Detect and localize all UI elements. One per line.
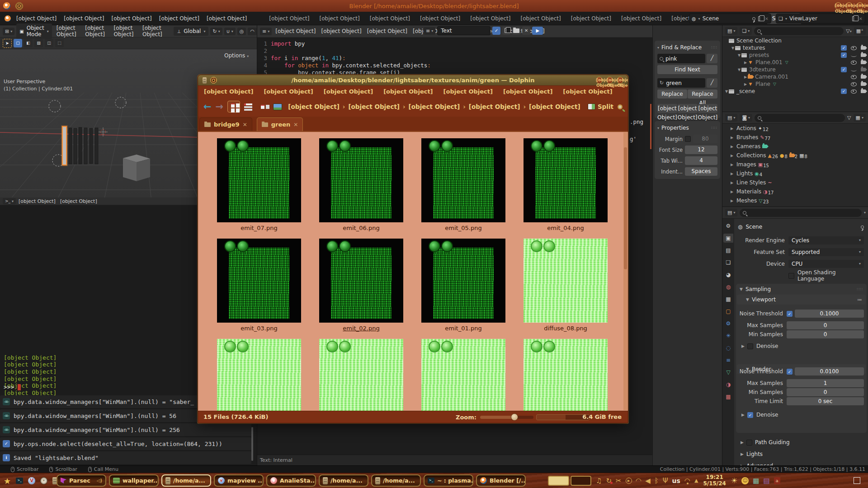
- file-tile[interactable]: diffuse_08.png: [514, 239, 617, 334]
- text-datablock-name[interactable]: Text: [437, 26, 491, 35]
- workspace-tab[interactable]: [object Object]: [315, 13, 365, 24]
- expand-icon[interactable]: ▶: [730, 154, 734, 158]
- collapsed-panel-header[interactable]: ▶ Path Guiding: [736, 436, 867, 448]
- new-scene-icon[interactable]: [758, 16, 762, 21]
- render-camera-icon[interactable]: [861, 45, 866, 51]
- dolphin-menu-item[interactable]: [object Object]: [383, 88, 433, 95]
- text-datablock-icon[interactable]: ≡▾: [424, 27, 435, 35]
- file-tile[interactable]: emit_01.png: [412, 239, 514, 334]
- forward-button[interactable]: →: [216, 101, 224, 112]
- workspace-tab[interactable]: [object Object]: [516, 13, 566, 24]
- new-collection-button[interactable]: ▦⁺: [854, 27, 866, 35]
- render-camera-icon[interactable]: [861, 81, 866, 87]
- icons-view-button[interactable]: [227, 101, 240, 113]
- expand-icon[interactable]: ▶: [730, 190, 734, 194]
- file-tile[interactable]: emit_05.png: [412, 138, 514, 234]
- menu-item[interactable]: [object Object]: [13, 14, 60, 23]
- category-name[interactable]: Brushes: [736, 134, 758, 141]
- toggle-button[interactable]: [object Object]: [657, 104, 677, 113]
- dolphin-menu-item[interactable]: [object Object]: [264, 88, 313, 95]
- file-thumbnail[interactable]: [319, 339, 403, 411]
- expand-icon[interactable]: ▶: [743, 75, 748, 79]
- breadcrumb-segment[interactable]: [object Object]: [288, 103, 348, 110]
- render-camera-icon[interactable]: [861, 88, 866, 94]
- clock[interactable]: 19:215/15/24: [703, 474, 726, 487]
- outliner-row[interactable]: Scene Collection: [722, 37, 868, 44]
- outliner-search-input[interactable]: [755, 114, 845, 122]
- window-control-button[interactable]: [object Object]: [617, 77, 623, 84]
- datablock-category-row[interactable]: ▶ Brushes 77: [722, 133, 868, 142]
- render-camera-icon[interactable]: [861, 59, 866, 66]
- files-scrollbar-thumb[interactable]: [624, 147, 627, 269]
- datablock-name[interactable]: 3dtexture: [749, 66, 776, 73]
- calculator-icon[interactable]: [753, 477, 759, 484]
- fake-user-shield-icon[interactable]: ✓: [492, 27, 500, 35]
- replace-input[interactable]: ↻green: [657, 78, 705, 88]
- workspace-tab[interactable]: [object Object]: [415, 13, 465, 24]
- outliner-row[interactable]: ▶ Plane.001: [722, 59, 868, 66]
- dolphin-window[interactable]: /home/amalie/Desktop/blender/lightsaber/…: [198, 75, 628, 423]
- property-value[interactable]: 12: [685, 145, 717, 154]
- datablock-category-row[interactable]: ▶ Materials 17: [722, 187, 868, 196]
- volume-icon[interactable]: [645, 477, 651, 484]
- visibility-eye-icon[interactable]: [851, 75, 857, 79]
- visibility-eye-icon[interactable]: [851, 61, 857, 65]
- new-viewlayer-icon[interactable]: [852, 16, 856, 21]
- play-icon[interactable]: [626, 478, 632, 484]
- dolphin-menu-item[interactable]: [object Object]: [443, 88, 493, 95]
- terminal[interactable]: [16, 478, 23, 484]
- osl-checkbox[interactable]: [788, 273, 794, 279]
- display-mode-dropdown[interactable]: ▤▾: [725, 114, 737, 122]
- datablock-category-row[interactable]: ▶ Lights 4: [722, 169, 868, 178]
- details-view-button[interactable]: [242, 101, 255, 113]
- collapsed-panel-header[interactable]: ▶ Advanced: [736, 460, 867, 465]
- expand-icon[interactable]: ▶: [730, 127, 734, 131]
- outliner-row[interactable]: ▼ textures: [722, 44, 868, 52]
- properties-tab[interactable]: ◌: [723, 343, 733, 352]
- favorites[interactable]: [4, 476, 11, 486]
- selectable-checkbox[interactable]: [841, 45, 847, 51]
- file-tile[interactable]: [514, 339, 617, 411]
- file-tile[interactable]: [412, 339, 514, 411]
- viewport-menu-item[interactable]: [object Object]: [111, 23, 140, 39]
- select-mode-button[interactable]: ◫: [45, 39, 53, 47]
- properties-tab[interactable]: ▩: [723, 392, 733, 401]
- file-name[interactable]: diffuse_08.png: [514, 325, 617, 332]
- datablock-name[interactable]: Plane.001: [755, 59, 783, 66]
- category-name[interactable]: Line Styles: [736, 179, 766, 186]
- properties-tab[interactable]: ▤: [723, 246, 733, 255]
- expand-icon[interactable]: ▶: [730, 199, 734, 203]
- visibility-eye-icon[interactable]: [851, 82, 857, 86]
- proportional-edit-icon[interactable]: ◎: [237, 28, 246, 35]
- file-tile[interactable]: [310, 339, 412, 411]
- datablock-category-row[interactable]: ▶ Meshes 23: [722, 196, 868, 205]
- selectable-checkbox[interactable]: [841, 89, 847, 94]
- file-thumbnail[interactable]: [524, 339, 608, 411]
- file-name[interactable]: emit_05.png: [412, 225, 514, 231]
- window-control-button[interactable]: [object Object]: [596, 77, 603, 84]
- property-value[interactable]: Spaces: [685, 167, 717, 176]
- category-name[interactable]: Actions: [736, 125, 756, 131]
- display-mode-dropdown[interactable]: ▤▾: [725, 27, 737, 35]
- filter-icon[interactable]: ▽: [847, 115, 851, 121]
- category-name[interactable]: Collections: [736, 152, 766, 159]
- max-samples-value[interactable]: 1: [787, 379, 864, 387]
- file-name[interactable]: emit_01.png: [412, 325, 514, 332]
- workspace-tab[interactable]: [object Object]: [365, 13, 415, 24]
- workspace-tab[interactable]: [object Object]: [465, 13, 515, 24]
- falloff-dropdown[interactable]: ◠: [248, 28, 257, 35]
- expand-icon[interactable]: ▼: [737, 68, 741, 72]
- datablock-name[interactable]: Camera.001: [755, 74, 788, 80]
- task-button[interactable]: wallpaper... ◁): [109, 474, 159, 487]
- remove-viewlayer-icon[interactable]: ✕: [859, 16, 863, 21]
- replace-button[interactable]: Replace: [657, 89, 687, 99]
- file-tile[interactable]: emit_07.png: [208, 138, 310, 234]
- render-engine-dropdown[interactable]: Cycles▾: [788, 236, 864, 244]
- viewport-menu-item[interactable]: [object Object]: [140, 23, 168, 39]
- visibility-eye-icon[interactable]: [851, 54, 857, 57]
- breadcrumb-segment[interactable]: [object Object]: [469, 103, 529, 110]
- updates-icon[interactable]: [606, 477, 612, 484]
- datablock-name[interactable]: _scene: [736, 88, 755, 94]
- open-text-icon[interactable]: [512, 27, 520, 35]
- file-thumbnail[interactable]: [319, 239, 403, 323]
